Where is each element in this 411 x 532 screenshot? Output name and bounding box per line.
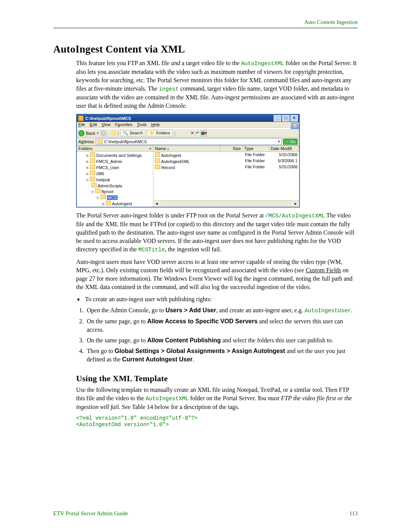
page-footer: ETV Portal Server Admin Guide 113 bbox=[53, 510, 358, 517]
text: . bbox=[193, 356, 194, 363]
col-date[interactable]: Date Modifi bbox=[269, 146, 299, 152]
tree-label-selected: MCS bbox=[107, 195, 118, 200]
tree-node[interactable]: ⊟ ftproot bbox=[78, 189, 152, 195]
menu-help[interactable]: Help bbox=[151, 122, 160, 127]
tree-node[interactable]: ⊟ MCS bbox=[78, 195, 152, 201]
code-inline: AutoIngestUser bbox=[305, 308, 351, 314]
expand-icon[interactable]: ⊟ bbox=[97, 195, 99, 200]
tree-label: Inetpub bbox=[96, 177, 110, 182]
expand-icon[interactable]: ⊞ bbox=[86, 171, 89, 176]
scroll-right-icon[interactable]: ▸ bbox=[292, 201, 299, 207]
scroll-left-icon[interactable]: ◂ bbox=[153, 201, 160, 207]
minimize-button[interactable]: _ bbox=[274, 115, 281, 121]
close-pane-icon[interactable]: × bbox=[149, 146, 151, 151]
chevron-down-icon[interactable]: ▾ bbox=[278, 139, 280, 144]
expand-icon[interactable]: ⊞ bbox=[86, 153, 89, 158]
icon[interactable] bbox=[177, 131, 182, 136]
text: Open the Admin Console, go to bbox=[87, 307, 166, 313]
intro-paragraph: This feature lets you FTP an XML file an… bbox=[76, 59, 358, 110]
list-row[interactable]: AutoIngestFile Folder5/31/2006 bbox=[153, 152, 299, 158]
up-icon[interactable] bbox=[111, 131, 116, 136]
text: , and create an auto-ingest user, e.g. bbox=[216, 307, 305, 313]
separator: ▾ bbox=[97, 131, 99, 136]
close-button[interactable]: × bbox=[290, 115, 298, 121]
back-icon[interactable] bbox=[78, 130, 84, 136]
tree-node[interactable]: ⊞ i386 bbox=[78, 171, 152, 177]
address-bar: Address C:\Inetpub\ftproot\MCS ▾ → Go bbox=[77, 137, 299, 146]
footer-left: ETV Portal Server Admin Guide bbox=[53, 510, 128, 517]
file-list-pane: Name ▴ Size Type Date Modifi AutoIngestF… bbox=[153, 146, 299, 207]
menu-favorites[interactable]: Favorites bbox=[115, 122, 132, 127]
address-label: Address bbox=[78, 139, 94, 144]
scrollbar-horizontal[interactable]: ◂ ▸ bbox=[153, 200, 299, 207]
text: , the ingestion will fail. bbox=[165, 246, 221, 252]
list-row[interactable]: RecordFile Folder5/31/2006 bbox=[153, 164, 299, 170]
folder-icon bbox=[155, 165, 160, 169]
separator: | bbox=[118, 131, 119, 136]
views-icon[interactable]: ▦▾ bbox=[201, 130, 207, 136]
header-rule bbox=[53, 28, 358, 28]
text: See Table 14 below for a description of … bbox=[120, 404, 239, 410]
back-button[interactable]: Back bbox=[86, 131, 95, 136]
folder-icon bbox=[106, 201, 111, 205]
link-custom-fields[interactable]: Custom Fields bbox=[306, 267, 341, 273]
text-bold: Current AutoIngest User bbox=[122, 356, 193, 363]
folder-icon bbox=[90, 171, 95, 175]
text: and select the folders this user can pub… bbox=[221, 337, 333, 343]
windows-logo-icon: 🪟 bbox=[291, 122, 299, 129]
expand-icon[interactable]: ⊞ bbox=[86, 165, 89, 170]
step-item: Open the Admin Console, go to Users > Ad… bbox=[85, 306, 358, 315]
menu-tools[interactable]: Tools bbox=[137, 122, 147, 127]
code-inline: MCSTitle bbox=[139, 247, 165, 253]
col-name[interactable]: Name ▴ bbox=[153, 146, 220, 152]
address-input[interactable]: C:\Inetpub\ftproot\MCS ▾ bbox=[96, 138, 282, 145]
tree-node[interactable]: ⊞ Documents and Settings bbox=[78, 152, 152, 158]
step-item: Then go to Global Settings > Global Assi… bbox=[85, 347, 358, 364]
maximize-button[interactable]: □ bbox=[282, 115, 290, 121]
code-inline: AutoIngestXML bbox=[146, 396, 189, 402]
expand-icon[interactable]: ⊟ bbox=[86, 177, 89, 182]
code-inline: ingest bbox=[159, 86, 178, 92]
address-value: C:\Inetpub\ftproot\MCS bbox=[104, 139, 147, 144]
folder-icon bbox=[78, 115, 84, 121]
footer-page-number: 113 bbox=[349, 510, 358, 517]
go-button[interactable]: → Go bbox=[283, 139, 298, 145]
expand-icon[interactable]: ⊟ bbox=[91, 189, 94, 194]
tree-node[interactable]: ⊟ Inetpub bbox=[78, 177, 152, 183]
tree-label: ftproot bbox=[102, 189, 113, 194]
tree-label: FMCS_User bbox=[96, 165, 119, 170]
menu-file[interactable]: FFileile bbox=[78, 122, 85, 127]
undo-icon[interactable]: ↶ bbox=[196, 131, 199, 136]
expand-icon[interactable]: ⊞ bbox=[102, 201, 105, 206]
icon[interactable] bbox=[184, 131, 189, 136]
col-size[interactable]: Size bbox=[220, 146, 243, 152]
subsection-title: Using the XML Template bbox=[76, 374, 358, 383]
col-type[interactable]: Type bbox=[243, 146, 269, 152]
tree-node[interactable]: AdminScripts bbox=[78, 183, 152, 189]
text: . bbox=[351, 307, 352, 313]
expand-icon[interactable]: ⊞ bbox=[86, 159, 89, 164]
folders-button[interactable]: 📁 Folders bbox=[147, 130, 173, 136]
menu-view[interactable]: View bbox=[102, 122, 111, 127]
list-header: Name ▴ Size Type Date Modifi bbox=[153, 146, 299, 152]
delete-icon[interactable]: ✕ bbox=[191, 131, 194, 136]
folder-icon bbox=[155, 152, 160, 157]
menubar: FFileile Edit View Favorites Tools Help bbox=[77, 122, 291, 128]
text-bold: Global Settings > Global Assignments > A… bbox=[115, 348, 285, 354]
tree-node[interactable]: ⊞ AutoIngest bbox=[78, 201, 152, 207]
folders-header: Folders bbox=[78, 146, 92, 151]
list-row[interactable]: AutoIngestXMLFile Folder5/3/2006 1 bbox=[153, 158, 299, 164]
step-item: On the same page, go to Allow Access to … bbox=[85, 317, 358, 334]
section-title: AutoIngest Content via XML bbox=[53, 43, 358, 55]
text: a target video file to the bbox=[180, 60, 241, 66]
tree-node[interactable]: ⊞ FMCS_Admin bbox=[78, 158, 152, 165]
folder-icon bbox=[90, 158, 95, 163]
tree-node[interactable]: ⊞ FMCS_User bbox=[78, 165, 152, 171]
search-button[interactable]: 🔍 Search bbox=[120, 130, 145, 136]
menu-edit[interactable]: Edit bbox=[90, 122, 97, 127]
tree-label: AutoIngest bbox=[112, 201, 132, 206]
panes: Folders × ⊞ Documents and Settings⊞ FMCS… bbox=[77, 146, 299, 207]
folder-icon bbox=[90, 177, 95, 181]
text: Auto-ingest users must have VOD server a… bbox=[76, 259, 342, 273]
triangle-icon: ▼ bbox=[76, 297, 81, 302]
